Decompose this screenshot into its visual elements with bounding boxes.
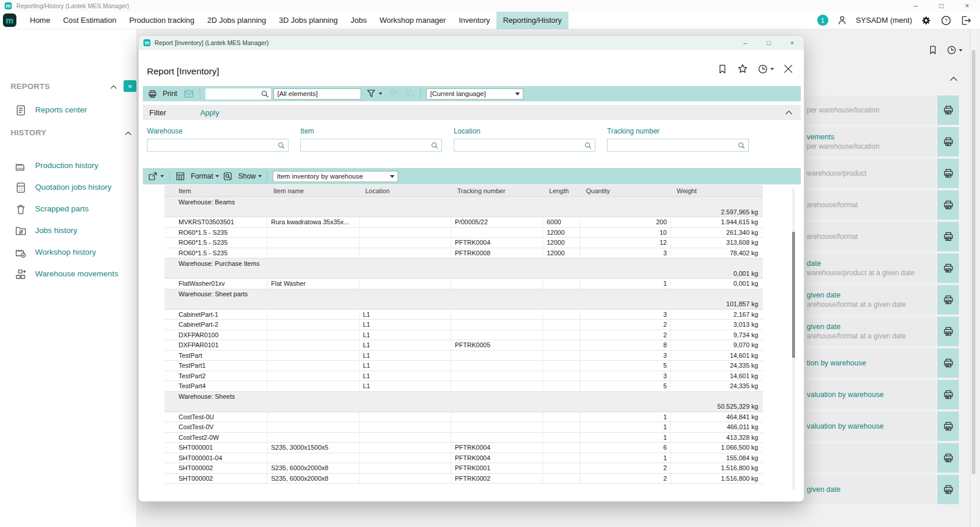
- table-row[interactable]: RO60*1.5 - S235PFTRK000812000378,402 kg: [165, 248, 763, 259]
- sidebar-item-quotation-jobs-history[interactable]: Quotation jobs history: [0, 181, 137, 195]
- table-row[interactable]: SHT000002S235, 6000x2000x8PFTRK000221.51…: [165, 474, 763, 484]
- filter-clear-icon[interactable]: [404, 88, 415, 100]
- card-print-button[interactable]: [937, 348, 959, 378]
- sidebar-item-workshop-history[interactable]: Workshop history: [0, 246, 137, 260]
- export-button[interactable]: [148, 171, 164, 182]
- menu-item-inventory[interactable]: Inventory: [453, 12, 496, 29]
- table-row[interactable]: DXFPAR0100L129,734 kg: [165, 330, 763, 341]
- filter-add-icon[interactable]: [388, 88, 399, 100]
- menu-item-jobs[interactable]: Jobs: [344, 12, 373, 29]
- table-row[interactable]: TestPart1L1524,335 kg: [165, 361, 763, 371]
- column-header-weight[interactable]: Weight: [671, 187, 763, 194]
- user-name[interactable]: SYSADM (ment): [856, 16, 912, 25]
- filter-input-item[interactable]: [300, 139, 442, 152]
- window-maximize-button[interactable]: □: [928, 0, 954, 12]
- table-row[interactable]: TestPart4L1524,335 kg: [165, 381, 763, 392]
- menu-item-reporting-history[interactable]: Reporting/History: [496, 12, 568, 29]
- column-header-item[interactable]: Item: [165, 187, 268, 194]
- dialog-maximize-button[interactable]: □: [757, 36, 780, 50]
- window-close-button[interactable]: ×: [954, 0, 980, 12]
- report-type-select[interactable]: Item inventory by warehouse: [273, 171, 398, 182]
- table-row[interactable]: RO60*1.5 - S2351200010261,340 kg: [165, 228, 763, 238]
- report-history-icon[interactable]: [757, 63, 774, 75]
- report-favorite-star-icon[interactable]: [736, 63, 749, 75]
- logout-icon[interactable]: [960, 15, 972, 26]
- report-bookmark-icon[interactable]: [717, 63, 728, 75]
- menu-item-production-tracking[interactable]: Production tracking: [123, 12, 201, 29]
- panel-collapse-chevron-icon[interactable]: [948, 74, 959, 84]
- main-scrollbar[interactable]: [970, 29, 976, 527]
- filter-input-warehouse[interactable]: [147, 139, 289, 152]
- section-collapse-chevron-icon[interactable]: [109, 83, 118, 92]
- sidebar-item-reports-center[interactable]: Reports center: [0, 104, 137, 118]
- table-row[interactable]: TestPart2L1314,601 kg: [165, 371, 763, 382]
- column-header-item-name[interactable]: Item name: [268, 187, 359, 194]
- card-print-button[interactable]: [937, 317, 959, 346]
- search-input[interactable]: [205, 88, 271, 100]
- report-close-icon[interactable]: [782, 63, 794, 75]
- card-print-button[interactable]: [937, 475, 959, 504]
- table-row[interactable]: CostTest-0U1464,841 kg: [165, 412, 763, 423]
- column-header-location[interactable]: Location: [359, 187, 451, 194]
- table-row[interactable]: CabinetPart-1L132,167 kg: [165, 310, 763, 320]
- card-print-button[interactable]: [937, 380, 959, 409]
- table-scrollbar[interactable]: [792, 188, 795, 490]
- show-button[interactable]: Show: [222, 171, 262, 182]
- table-row[interactable]: FlatWasher01xvFlat Washer10,001 kg: [165, 279, 763, 289]
- card-print-button[interactable]: [937, 443, 959, 473]
- card-print-button[interactable]: [937, 222, 959, 251]
- page-history-icon[interactable]: [946, 45, 962, 56]
- filter-input-location[interactable]: [454, 139, 595, 152]
- menu-item-workshop-manager[interactable]: Workshop manager: [373, 12, 452, 29]
- filter-apply-link[interactable]: Apply: [200, 108, 220, 117]
- card-print-button[interactable]: [937, 254, 959, 283]
- filter-funnel-icon[interactable]: [366, 88, 382, 99]
- dialog-minimize-button[interactable]: –: [734, 36, 757, 50]
- card-print-button[interactable]: [937, 159, 959, 188]
- sidebar-collapse-button[interactable]: «: [124, 80, 136, 92]
- card-print-button[interactable]: [937, 285, 959, 314]
- page-bookmark-icon[interactable]: [927, 45, 938, 56]
- menu-item-3d-jobs-planning[interactable]: 3D Jobs planning: [272, 12, 344, 29]
- format-button[interactable]: Format: [175, 171, 219, 182]
- filter-collapse-chevron-icon[interactable]: [784, 108, 794, 118]
- table-row[interactable]: SHT000001-04PFTRK00041155,084 kg: [165, 453, 763, 464]
- table-row[interactable]: DXFPAR0101L1PFTRK000589,070 kg: [165, 340, 763, 351]
- column-header-quantity[interactable]: Quantity: [580, 187, 671, 194]
- help-icon[interactable]: ?: [940, 15, 952, 26]
- main-scrollbar-thumb[interactable]: [972, 50, 975, 474]
- sidebar-item-warehouse-movements[interactable]: Warehouse movements: [0, 268, 137, 282]
- menu-item-home[interactable]: Home: [23, 12, 57, 29]
- cell-item: RO60*1.5 - S235: [165, 228, 268, 238]
- print-button[interactable]: Print: [148, 89, 177, 99]
- language-select[interactable]: [Current language]: [426, 88, 523, 100]
- filter-input-tracking-number[interactable]: [607, 139, 749, 152]
- menu-item-cost-estimation[interactable]: Cost Estimation: [57, 12, 123, 29]
- sidebar-item-production-history[interactable]: Production history: [0, 159, 137, 173]
- elements-filter-select[interactable]: [All elements]: [273, 88, 361, 100]
- table-row[interactable]: SHT000001S235, 3000x1500x5PFTRK000461.06…: [165, 443, 763, 453]
- card-print-button[interactable]: [937, 412, 959, 441]
- email-icon[interactable]: [183, 89, 194, 99]
- table-row[interactable]: CabinetPart-2L123,013 kg: [165, 320, 763, 330]
- table-scrollbar-thumb[interactable]: [792, 232, 795, 358]
- table-row[interactable]: SHT000002S235, 6000x2000x8PFTRK000121.51…: [165, 463, 763, 474]
- dialog-close-button[interactable]: ×: [780, 36, 804, 50]
- section-collapse-chevron-icon[interactable]: [124, 129, 133, 138]
- table-row[interactable]: CostTest-0V1466,011 kg: [165, 422, 763, 433]
- card-print-button[interactable]: [937, 127, 959, 156]
- card-print-button[interactable]: [937, 190, 959, 220]
- settings-gear-icon[interactable]: [920, 15, 932, 26]
- window-minimize-button[interactable]: –: [903, 0, 928, 12]
- card-print-button[interactable]: [937, 95, 959, 125]
- table-row[interactable]: MVKRST03503501Rura kwadratowa 35x35x...P…: [165, 217, 763, 228]
- column-header-tracking-number[interactable]: Tracking number: [451, 187, 543, 194]
- table-row[interactable]: RO60*1.5 - S235PFTRK00041200012313,608 k…: [165, 238, 763, 248]
- notification-badge[interactable]: 1: [817, 15, 828, 26]
- menu-item-2d-jobs-planning[interactable]: 2D Jobs planning: [201, 12, 272, 29]
- table-row[interactable]: TestPartL1314,601 kg: [165, 351, 763, 361]
- column-header-length[interactable]: Length: [543, 187, 580, 194]
- table-row[interactable]: CostTest2-0W1413,328 kg: [165, 433, 763, 443]
- sidebar-item-jobs-history[interactable]: Jobs history: [0, 224, 137, 238]
- sidebar-item-scrapped-parts[interactable]: Scrapped parts: [0, 203, 137, 217]
